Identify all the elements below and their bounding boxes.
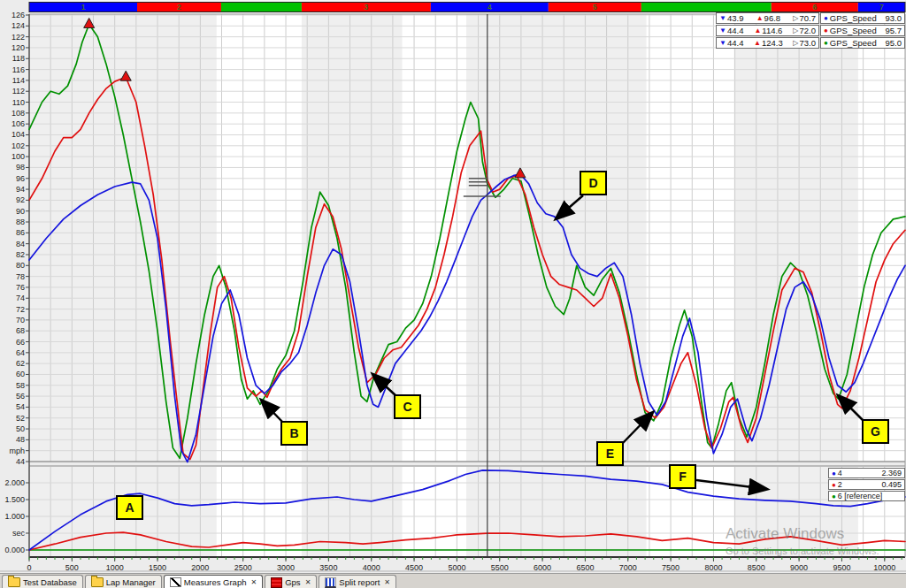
gps-icon bbox=[271, 577, 282, 588]
segment-green[interactable] bbox=[221, 3, 302, 11]
axis-tick-label: 54 bbox=[16, 402, 25, 411]
tab-label: Test Database bbox=[23, 577, 77, 587]
watermark-line1: Activate Windows bbox=[726, 525, 879, 543]
min-marker-icon: ▼ bbox=[719, 39, 726, 47]
tab-lap-manager[interactable]: Lap Manager bbox=[85, 575, 162, 588]
axis-tick-label: 50 bbox=[16, 424, 25, 433]
axis-tick-label: 98 bbox=[16, 163, 25, 172]
series-name: GPS_Speed bbox=[830, 13, 877, 23]
close-icon[interactable]: ✕ bbox=[305, 578, 311, 586]
axis-tick-label: 106 bbox=[12, 119, 25, 128]
lap-segment-bar[interactable]: 1234567 bbox=[29, 3, 905, 12]
min-value: 44.4 bbox=[727, 26, 744, 35]
segment-label: 1 bbox=[81, 3, 86, 11]
axis-tick-label: 68 bbox=[16, 326, 25, 335]
axis-tick-label: 72 bbox=[16, 305, 25, 314]
axis-tick-label: 108 bbox=[12, 109, 25, 118]
axis-tick-label: 74 bbox=[16, 294, 25, 302]
tab-measures-graph[interactable]: Measures Graph ✕ bbox=[164, 575, 263, 588]
axis-tick-label: 110 bbox=[12, 98, 25, 107]
min-marker-icon: ▼ bbox=[719, 27, 726, 34]
axis-tick-label: 1.000 bbox=[4, 512, 25, 521]
max-value: 124.3 bbox=[762, 38, 783, 48]
axis-tick-label: 64 bbox=[16, 348, 25, 357]
annotation-box-D[interactable]: D bbox=[580, 171, 607, 195]
segment-label: 5 bbox=[593, 3, 597, 11]
axis-tick-label: 94 bbox=[16, 185, 25, 194]
cursor-value: 0.495 bbox=[881, 480, 902, 489]
max-value: 96.8 bbox=[764, 13, 781, 23]
axis-tick-label: 102 bbox=[12, 141, 25, 150]
close-icon[interactable]: ✕ bbox=[250, 578, 257, 586]
axis-tick-label: 112 bbox=[12, 87, 25, 95]
min-value: 43.9 bbox=[727, 13, 744, 23]
avg-marker-icon: ▷ bbox=[793, 39, 798, 47]
axis-tick-label: 120 bbox=[12, 43, 25, 52]
tab-split-report[interactable]: Split report ✕ bbox=[319, 575, 396, 588]
axis-tick-label: 56 bbox=[16, 392, 25, 401]
annotation-box-G[interactable]: G bbox=[862, 419, 889, 444]
cursor-value: 2.369 bbox=[881, 469, 902, 477]
speed-legend: ▼43.9 ▲96.8 ▷70.7 ● GPS_Speed 93.0 ▼44.4… bbox=[716, 12, 905, 50]
min-marker-icon: ▼ bbox=[719, 14, 726, 22]
axis-tick-label: 58 bbox=[16, 381, 25, 390]
axis-tick-label: 2.000 bbox=[4, 478, 25, 487]
axis-tick-label: 124 bbox=[12, 21, 25, 30]
tab-label: Split report bbox=[339, 577, 380, 587]
axis-tick-label: 126 bbox=[12, 11, 25, 19]
axis-tick-label: mph bbox=[9, 447, 25, 455]
avg-value: 70.7 bbox=[800, 13, 817, 23]
delta-legend: ● 4 2.369 ● 2 0.495 ● 6 [reference] bbox=[828, 468, 905, 502]
folder-icon bbox=[91, 577, 104, 587]
axis-tick-label: 0.000 bbox=[4, 546, 25, 554]
avg-marker-icon: ▷ bbox=[793, 27, 798, 34]
series-name: 2 bbox=[838, 480, 842, 489]
delta-legend-row: ● 2 0.495 bbox=[828, 479, 905, 490]
axis-tick-label: 60 bbox=[16, 370, 25, 378]
cursor-value: 93.0 bbox=[886, 13, 902, 23]
axis-tick-label: 52 bbox=[16, 414, 25, 423]
axis-tick-label: 104 bbox=[12, 130, 25, 139]
close-icon[interactable]: ✕ bbox=[384, 578, 390, 586]
tab-gps[interactable]: Gps ✕ bbox=[265, 575, 317, 588]
segment-label: 6 bbox=[812, 3, 817, 11]
series-name: 6 [reference] bbox=[838, 492, 883, 500]
series-dot-icon: ● bbox=[824, 39, 828, 47]
series-dot-icon: ● bbox=[824, 14, 828, 22]
delta-legend-row: ● 4 2.369 bbox=[828, 468, 905, 478]
cursor-value: 95.0 bbox=[886, 38, 902, 48]
min-value: 44.4 bbox=[727, 38, 744, 48]
avg-value: 72.0 bbox=[799, 26, 816, 35]
axis-tick-label: 44 bbox=[16, 457, 25, 466]
axis-tick-label: 90 bbox=[16, 207, 25, 216]
max-marker-icon: ▲ bbox=[756, 14, 764, 22]
cursor-value: 95.7 bbox=[886, 26, 902, 35]
annotation-box-E[interactable]: E bbox=[596, 441, 624, 466]
annotation-box-F[interactable]: F bbox=[669, 464, 696, 489]
annotation-box-C[interactable]: C bbox=[394, 394, 421, 419]
axis-tick-label: 100 bbox=[12, 152, 25, 161]
axis-tick-label: 80 bbox=[16, 261, 25, 270]
folder-icon bbox=[8, 577, 20, 587]
tab-label: Lap Manager bbox=[106, 577, 156, 587]
annotation-box-A[interactable]: A bbox=[116, 495, 143, 520]
series-dot-icon: ● bbox=[832, 470, 836, 477]
speed-legend-row: ▼44.4 ▲114.6 ▷72.0 ● GPS_Speed 95.7 bbox=[716, 25, 905, 36]
axis-tick-label: 82 bbox=[16, 250, 25, 259]
speed-legend-row: ▼44.4 ▲124.3 ▷73.0 ● GPS_Speed 95.0 bbox=[716, 37, 905, 49]
series-name: GPS_Speed bbox=[830, 26, 877, 35]
annotation-box-B[interactable]: B bbox=[280, 421, 308, 446]
axis-tick-label: sec bbox=[12, 529, 26, 538]
axis-tick-label: 96 bbox=[16, 174, 25, 183]
axis-tick-label: 88 bbox=[16, 218, 25, 226]
avg-marker-icon: ▷ bbox=[793, 14, 798, 22]
series-dot-icon: ● bbox=[832, 493, 836, 500]
delta-legend-row: ● 6 [reference] bbox=[828, 491, 905, 501]
series-name: GPS_Speed bbox=[830, 38, 877, 48]
axis-tick-label: 70 bbox=[16, 316, 25, 325]
max-value: 114.6 bbox=[762, 26, 782, 35]
axis-tick-label: 118 bbox=[12, 54, 25, 63]
segment-green[interactable] bbox=[641, 3, 772, 11]
segment-label: 7 bbox=[879, 3, 884, 11]
tab-test-database[interactable]: Test Database bbox=[2, 575, 83, 588]
